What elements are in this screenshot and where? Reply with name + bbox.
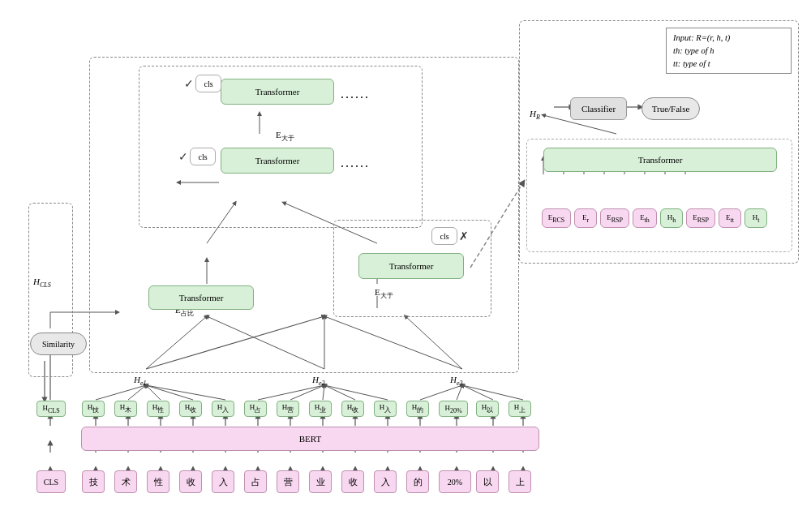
token-shou1: 收: [179, 470, 202, 493]
token-shu: 术: [114, 470, 137, 493]
h-mu-token: H木: [114, 401, 137, 417]
svg-line-61: [462, 385, 523, 400]
svg-line-48: [96, 385, 146, 400]
classifier-label: Classifier: [581, 104, 616, 114]
h-shou1-token: H收: [179, 401, 202, 417]
bert-node: BERT: [81, 427, 539, 451]
h-20pct-token: H20%: [439, 401, 468, 417]
token-cls: CLS: [36, 470, 66, 493]
info-text: Input: R=(r, h, t) th: type of h tt: typ…: [673, 33, 730, 68]
token-zhan: 占: [244, 470, 267, 493]
info-box: Input: R=(r, h, t) th: type of h tt: typ…: [666, 28, 792, 74]
h-shang-token: H上: [508, 401, 531, 417]
right-crossmark: ✗: [459, 230, 469, 243]
he2-label: He2: [312, 375, 325, 387]
top-cls-box: cls: [195, 75, 221, 92]
svg-line-54: [290, 385, 324, 400]
token-ying: 营: [277, 470, 299, 493]
mid-checkmark: ✓: [178, 150, 188, 164]
token-20pct: 20%: [439, 470, 471, 493]
e-big-lower: E大于: [375, 287, 393, 300]
h-de-token: H的: [406, 401, 429, 417]
svg-line-57: [324, 385, 388, 400]
token-yi: 以: [476, 470, 499, 493]
svg-line-60: [462, 385, 493, 400]
similarity-ellipse: Similarity: [30, 332, 87, 355]
h-ru1-token: H入: [212, 401, 234, 417]
mid-cls-box: cls: [190, 148, 216, 165]
h-h-node: Hh: [660, 208, 683, 228]
h-ye-token: H业: [309, 401, 332, 417]
top-checkmark: ✓: [184, 77, 194, 91]
right-transformer-inner-label: Transformer: [389, 261, 434, 271]
svg-line-59: [457, 385, 462, 400]
e-th-node: Eth: [633, 208, 657, 228]
svg-line-51: [146, 385, 193, 400]
e-tt-node: Ett: [719, 208, 741, 228]
upper-transformer-box: Transformer ...... ✓ cls E大于 Transformer…: [139, 66, 423, 228]
token-shang: 上: [508, 470, 531, 493]
mid-transformer-node: Transformer: [221, 148, 334, 174]
svg-line-50: [146, 385, 161, 400]
right-transformer-node: Transformer: [543, 148, 777, 172]
mid-dots: ......: [341, 156, 370, 170]
bert-label: BERT: [299, 434, 321, 444]
token-ji: 技: [82, 470, 105, 493]
top-dots: ......: [341, 87, 370, 101]
svg-line-53: [258, 385, 324, 400]
lower-right-box: cls ✗ Transformer E大于: [333, 220, 491, 317]
svg-line-49: [128, 385, 146, 400]
main-outer-box: Transformer ...... ✓ cls E大于 Transformer…: [89, 57, 519, 373]
token-ye: 业: [309, 470, 332, 493]
e-rsp-node2: ERSP: [686, 208, 715, 228]
h-zhan-token: H占: [244, 401, 267, 417]
token-shou2: 收: [341, 470, 364, 493]
h-cls-token: HCLS: [36, 401, 66, 417]
top-transformer-node: Transformer: [221, 79, 334, 105]
token-xing: 性: [147, 470, 169, 493]
he3-label: He3: [450, 375, 463, 387]
h-yi-token: H以: [476, 401, 499, 417]
token-de: 的: [406, 470, 429, 493]
top-transformer-label: Transformer: [255, 87, 300, 97]
true-false-node: True/False: [642, 97, 700, 120]
h-t-node: Ht: [744, 208, 767, 228]
h-shou2-token: H收: [341, 401, 364, 417]
right-transformer-label: Transformer: [638, 155, 683, 165]
true-false-label: True/False: [652, 104, 690, 114]
right-cls-box: cls: [431, 227, 457, 245]
right-transformer-node: Transformer: [358, 253, 464, 279]
e-r-node: Er: [574, 208, 597, 228]
right-panel-box: Input: R=(r, h, t) th: type of h tt: typ…: [519, 20, 799, 264]
diagram-container: Input: R=(r, h, t) th: type of h tt: typ…: [8, 8, 803, 524]
svg-line-52: [146, 385, 225, 400]
he1-label: He1: [134, 375, 147, 387]
h-xing-token: H性: [147, 401, 169, 417]
right-transformer-box: Transformer ERCS Er ERSP Eth Hh: [526, 139, 792, 252]
h-ji-token: H技: [82, 401, 105, 417]
similarity-label: Similarity: [42, 340, 75, 349]
svg-line-58: [420, 385, 462, 400]
mid-transformer-label: Transformer: [255, 156, 300, 165]
token-ru1: 入: [212, 470, 234, 493]
hcls-side-label: HCLS: [33, 277, 51, 289]
h-ying-token: H营: [277, 401, 299, 417]
lower-left-transformer: Transformer: [148, 285, 254, 310]
e-rcs-node: ERCS: [542, 208, 571, 228]
classifier-node: Classifier: [570, 97, 627, 120]
svg-line-56: [324, 385, 355, 400]
e-big-upper: E大于: [276, 130, 294, 143]
token-ru2: 入: [374, 470, 397, 493]
svg-line-55: [323, 385, 324, 400]
h-ru2-token: H入: [374, 401, 397, 417]
hr-label: HR: [530, 109, 540, 121]
e-rsp-node1: ERSP: [600, 208, 629, 228]
